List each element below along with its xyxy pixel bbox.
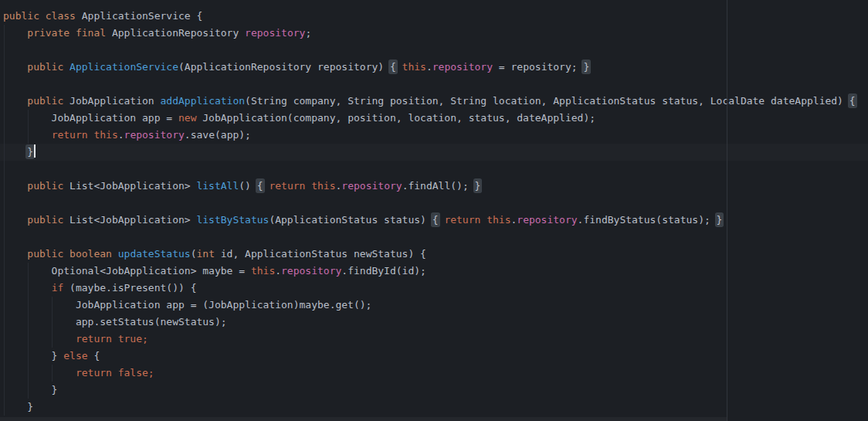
code-token: public xyxy=(3,10,39,22)
indent-guide xyxy=(4,178,5,195)
code-token: List<JobApplication> xyxy=(63,180,196,192)
code-line[interactable]: public boolean updateStatus(int id, Appl… xyxy=(0,246,868,263)
indent-guide xyxy=(4,246,5,263)
code-token: ApplicationService { xyxy=(76,10,202,22)
code-line[interactable]: } xyxy=(0,382,868,399)
code-line[interactable] xyxy=(0,76,868,93)
code-token xyxy=(3,333,76,345)
code-line[interactable] xyxy=(0,229,868,246)
indent-guide xyxy=(4,331,5,348)
code-token: (ApplicationRepository repository) xyxy=(178,61,390,73)
code-token: Optional<JobApplication> maybe = xyxy=(3,265,251,277)
indent-guide xyxy=(4,76,5,93)
code-line[interactable] xyxy=(0,195,868,212)
code-line[interactable] xyxy=(0,161,868,178)
indent-guide xyxy=(28,297,29,314)
code-token: false; xyxy=(118,367,154,379)
code-token: JobApplication app = (JobApplication)may… xyxy=(3,299,371,311)
code-line[interactable]: JobApplication app = new JobApplication(… xyxy=(0,110,868,127)
code-token: . xyxy=(275,265,281,277)
code-line[interactable]: return true; xyxy=(0,331,868,348)
indent-guide xyxy=(28,382,29,399)
indent-guide xyxy=(52,331,53,348)
code-line[interactable]: public List<JobApplication> listAll() { … xyxy=(0,178,868,195)
code-token xyxy=(3,248,27,260)
text-cursor xyxy=(34,144,36,158)
code-editor[interactable]: public class ApplicationService { privat… xyxy=(0,0,868,421)
code-token: List<JobApplication> xyxy=(63,214,196,226)
code-token: boolean xyxy=(70,248,112,260)
code-line[interactable]: private final ApplicationRepository repo… xyxy=(0,25,868,42)
code-token: .findByStatus(status); xyxy=(578,214,717,226)
code-token: () xyxy=(239,180,256,192)
indent-guide xyxy=(4,93,5,110)
code-token: (ApplicationStatus status) xyxy=(269,214,432,226)
code-line[interactable]: return this.repository.save(app); xyxy=(0,127,868,144)
code-token: this xyxy=(487,214,510,226)
code-line[interactable]: } xyxy=(0,399,868,416)
code-line[interactable]: public List<JobApplication> listByStatus… xyxy=(0,212,868,229)
matched-brace: { xyxy=(257,180,263,192)
indent-guide xyxy=(4,144,5,161)
code-token: repository xyxy=(245,27,305,39)
code-token: return xyxy=(76,333,112,345)
code-line[interactable]: public JobApplication addApplication(Str… xyxy=(0,93,868,110)
code-token xyxy=(112,333,118,345)
code-token xyxy=(112,248,118,260)
indent-guide xyxy=(4,212,5,229)
code-line[interactable] xyxy=(0,42,868,59)
indent-guide xyxy=(52,365,53,382)
code-token: . xyxy=(118,129,124,141)
indent-guide xyxy=(28,331,29,348)
code-token: repository xyxy=(517,214,577,226)
column-ruler xyxy=(727,0,727,421)
code-token: else xyxy=(63,350,87,362)
indent-guide xyxy=(52,297,53,314)
code-line[interactable]: } xyxy=(0,144,868,161)
indent-guide xyxy=(4,59,5,76)
code-token: .findById(id); xyxy=(341,265,426,277)
indent-guide xyxy=(4,110,5,127)
code-token xyxy=(3,180,27,192)
indent-guide xyxy=(28,110,29,127)
code-token: updateStatus xyxy=(118,248,191,260)
code-token: { xyxy=(88,350,100,362)
indent-guide xyxy=(52,314,53,331)
code-token: final xyxy=(76,27,106,39)
horizontal-scrollbar-track[interactable] xyxy=(0,417,727,421)
matched-brace: } xyxy=(475,180,481,192)
code-token: } xyxy=(3,401,33,413)
code-line[interactable]: public class ApplicationService { xyxy=(0,8,868,25)
code-token: addApplication xyxy=(161,95,246,107)
matched-brace: } xyxy=(27,146,33,158)
code-token: repository xyxy=(281,265,341,277)
code-token: this xyxy=(93,129,117,141)
code-token: } xyxy=(3,384,57,396)
code-token: (maybe.isPresent()) { xyxy=(63,282,196,294)
indent-guide xyxy=(4,229,5,246)
code-token: return xyxy=(269,180,305,192)
code-token: JobApplication app = xyxy=(3,112,178,124)
code-token: (String company, String position, String… xyxy=(245,95,849,107)
code-line[interactable]: if (maybe.isPresent()) { xyxy=(0,280,868,297)
code-token: ApplicationRepository xyxy=(106,27,245,39)
code-line[interactable]: Optional<JobApplication> maybe = this.re… xyxy=(0,263,868,280)
indent-guide xyxy=(4,161,5,178)
indent-guide xyxy=(28,280,29,297)
code-token xyxy=(112,367,118,379)
code-token xyxy=(70,27,76,39)
code-token: int xyxy=(196,248,214,260)
code-line[interactable]: public ApplicationService(ApplicationRep… xyxy=(0,59,868,76)
code-line[interactable]: return false; xyxy=(0,365,868,382)
code-token: = repository; xyxy=(493,61,583,73)
code-token: public xyxy=(27,61,63,73)
code-token: public xyxy=(27,248,63,260)
code-token xyxy=(3,27,27,39)
indent-guide xyxy=(4,195,5,212)
code-line[interactable]: JobApplication app = (JobApplication)may… xyxy=(0,297,868,314)
code-line[interactable]: app.setStatus(newStatus); xyxy=(0,314,868,331)
matched-brace: } xyxy=(717,214,723,226)
code-token: repository xyxy=(341,180,402,192)
indent-guide xyxy=(4,280,5,297)
code-line[interactable]: } else { xyxy=(0,348,868,365)
